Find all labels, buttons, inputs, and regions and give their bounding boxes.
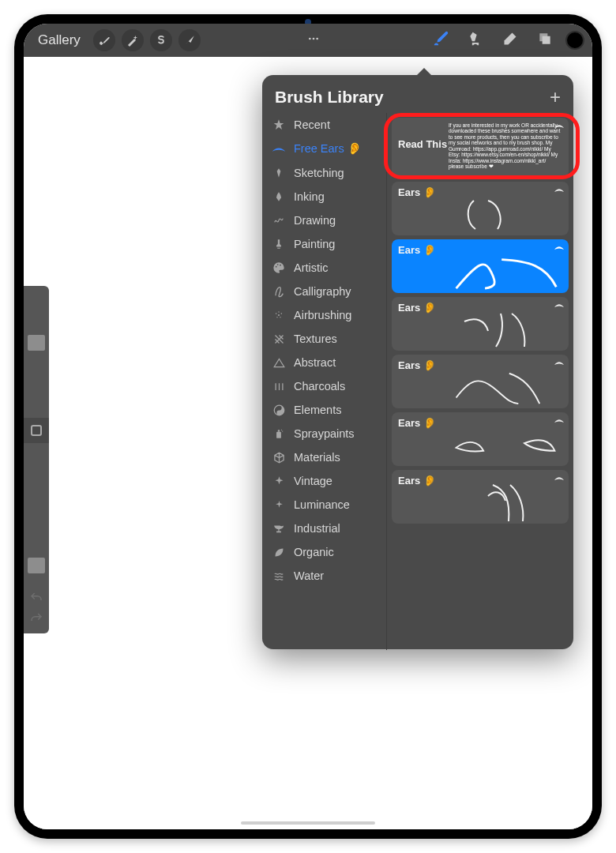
brush-info-text: If you are interested in my work OR acci… xyxy=(449,122,561,175)
select-button[interactable] xyxy=(150,29,172,51)
wrench-icon xyxy=(98,34,111,47)
gallery-button[interactable]: Gallery xyxy=(32,32,87,48)
brush-card[interactable]: Ears 👂 xyxy=(392,470,569,524)
brush-category-vintage[interactable]: Vintage xyxy=(262,469,386,493)
svg-point-15 xyxy=(281,430,282,430)
brush-category-sketching[interactable]: Sketching xyxy=(262,161,386,185)
eraser-tool-button[interactable] xyxy=(496,26,524,54)
brush-preview xyxy=(449,428,562,463)
svg-point-5 xyxy=(280,265,281,266)
eraser-icon xyxy=(502,31,518,50)
brush-card[interactable]: Read ThisIf you are interested in my wor… xyxy=(392,118,569,178)
adjust-button[interactable] xyxy=(122,29,144,51)
triangle-icon xyxy=(272,357,286,369)
brush-category-label: Elements xyxy=(294,404,341,416)
brush-category-artistic[interactable]: Artistic xyxy=(262,256,386,280)
brush-category-label: Artistic xyxy=(294,261,329,274)
svg-point-2 xyxy=(316,38,318,40)
select-s-icon xyxy=(156,35,167,46)
brush-category-textures[interactable]: Textures xyxy=(262,327,386,351)
brush-library-title: Brush Library xyxy=(275,88,384,107)
brush-preview xyxy=(449,370,562,405)
brush-category-free-ears[interactable]: Free Ears 👂 xyxy=(262,137,386,161)
brush-name-label: Read This xyxy=(398,138,447,150)
brush-opacity-handle[interactable] xyxy=(28,558,45,573)
brush-category-industrial[interactable]: Industrial xyxy=(262,517,386,540)
svg-point-4 xyxy=(277,264,279,265)
brush-category-drawing[interactable]: Drawing xyxy=(262,209,386,232)
brush-category-list[interactable]: RecentFree Ears 👂SketchingInkingDrawingP… xyxy=(262,113,387,650)
brush-category-recent[interactable]: Recent xyxy=(262,113,386,137)
brush-category-spraypaints[interactable]: Spraypaints xyxy=(262,422,386,445)
brush-category-label: Drawing xyxy=(294,214,336,227)
brush-category-label: Painting xyxy=(294,238,335,250)
brush-category-label: Recent xyxy=(294,118,330,131)
brush-card[interactable]: Ears 👂 xyxy=(392,239,569,293)
brush-card[interactable]: Ears 👂 xyxy=(392,297,569,351)
home-indicator xyxy=(241,821,375,825)
brush-category-label: Free Ears 👂 xyxy=(294,142,362,156)
leaf-icon xyxy=(272,547,286,558)
brush-list[interactable]: Read ThisIf you are interested in my wor… xyxy=(387,113,573,650)
brush-corner-icon xyxy=(554,417,562,425)
brush-category-materials[interactable]: Materials xyxy=(262,445,386,469)
spray-can-icon xyxy=(272,427,286,440)
brush-card[interactable]: Ears 👂 xyxy=(392,182,569,235)
brush-size-handle[interactable] xyxy=(28,335,45,351)
brush-category-airbrushing[interactable]: Airbrushing xyxy=(262,303,386,327)
svg-point-0 xyxy=(309,38,311,40)
brush-corner-icon xyxy=(554,302,562,310)
smudge-icon xyxy=(468,31,483,50)
redo-button[interactable] xyxy=(29,611,43,629)
brush-library-popover: Brush Library + RecentFree Ears 👂Sketchi… xyxy=(262,75,573,649)
brush-card[interactable]: Ears 👂 xyxy=(392,355,569,408)
ipad-frame: Gallery xyxy=(14,14,602,839)
transform-button[interactable] xyxy=(178,29,201,51)
brush-card[interactable]: Ears 👂 xyxy=(392,412,569,466)
undo-button[interactable] xyxy=(29,591,43,608)
brush-category-label: Luminance xyxy=(294,498,350,511)
ipad-screen: Gallery xyxy=(24,24,592,829)
brush-name-label: Ears 👂 xyxy=(398,417,562,429)
brush-corner-icon xyxy=(554,186,562,194)
layers-button[interactable] xyxy=(531,26,559,54)
actions-button[interactable] xyxy=(93,29,115,51)
wand-icon xyxy=(126,34,139,47)
brush-category-label: Spraypaints xyxy=(294,427,355,440)
brush-category-elements[interactable]: Elements xyxy=(262,398,386,422)
script-a-icon xyxy=(272,285,286,298)
brush-corner-icon xyxy=(554,359,562,367)
brush-size-slider[interactable] xyxy=(24,286,49,418)
svg-rect-14 xyxy=(278,430,280,431)
sparkle-icon xyxy=(272,475,286,487)
modify-button[interactable] xyxy=(24,418,49,443)
smudge-tool-button[interactable] xyxy=(461,26,490,54)
brush-preview xyxy=(449,197,562,232)
brush-opacity-slider[interactable] xyxy=(24,443,49,575)
brush-category-abstract[interactable]: Abstract xyxy=(262,351,386,374)
color-picker-button[interactable] xyxy=(565,31,584,50)
svg-point-3 xyxy=(276,266,277,268)
brush-category-label: Organic xyxy=(294,546,334,558)
brush-category-label: Materials xyxy=(294,451,340,464)
brush-category-label: Sketching xyxy=(294,167,344,179)
anvil-icon xyxy=(272,523,286,534)
brush-category-inking[interactable]: Inking xyxy=(262,185,386,209)
brush-category-painting[interactable]: Painting xyxy=(262,232,386,256)
more-button[interactable] xyxy=(299,26,328,54)
side-slider-panel xyxy=(24,286,49,633)
svg-point-11 xyxy=(278,311,279,312)
brush-stroke-icon xyxy=(272,145,286,154)
brush-category-luminance[interactable]: Luminance xyxy=(262,493,386,517)
brush-category-water[interactable]: Water xyxy=(262,564,386,588)
add-brush-button[interactable]: + xyxy=(550,88,561,107)
brush-category-charcoals[interactable]: Charcoals xyxy=(262,374,386,398)
brush-category-label: Abstract xyxy=(294,356,336,369)
brush-preview xyxy=(449,255,562,290)
brush-tool-button[interactable] xyxy=(426,26,455,54)
brush-category-label: Water xyxy=(294,569,324,582)
svg-point-6 xyxy=(278,314,280,316)
cube-icon xyxy=(272,452,286,464)
brush-category-calligraphy[interactable]: Calligraphy xyxy=(262,280,386,303)
brush-category-organic[interactable]: Organic xyxy=(262,540,386,564)
